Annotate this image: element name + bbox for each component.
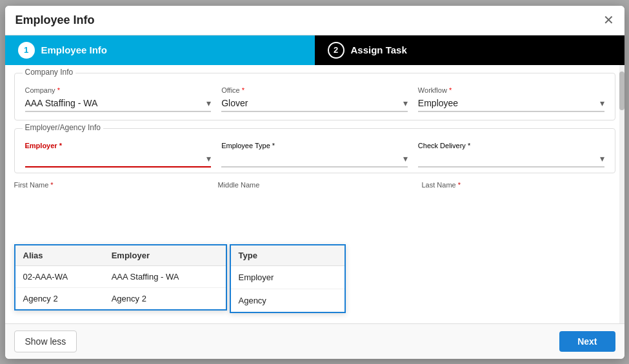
type-dropdown-header: Type [231,245,344,266]
check-delivery-label: Check Delivery * [418,142,604,149]
type-item[interactable]: Employer [231,266,344,289]
first-name-group: First Name * [14,181,208,189]
step-2-circle: 2 [328,42,344,59]
employer-section-label: Employer/Agency Info [23,123,103,132]
employee-type-chevron-icon: ▾ [403,153,408,164]
employee-type-group: Employee Type * ▾ [221,142,408,168]
company-chevron-icon: ▾ [206,98,211,108]
modal-footer: Show less Next [5,323,624,359]
last-name-group: Last Name * [422,181,615,189]
type-dropdown[interactable]: Type EmployerAgency [230,244,346,313]
company-info-section: Company Info Company * AAA Staffing - WA… [14,73,615,120]
check-delivery-select[interactable]: ▾ [418,151,604,168]
modal-body: Company Info Company * AAA Staffing - WA… [5,65,624,323]
modal: Employee Info ✕ 1 Employee Info 2 Assign… [5,6,624,359]
workflow-group: Workflow * Employee ▾ [418,86,604,112]
employer-label: Employer * [25,142,212,149]
next-button[interactable]: Next [559,331,615,352]
middle-name-group: Middle Name [218,181,412,189]
table-row[interactable]: 02-AAA-WAAAA Staffing - WA [15,265,226,287]
company-label: Company * [25,86,212,94]
alias-cell: Agency 2 [15,287,104,309]
modal-header: Employee Info ✕ [5,6,624,35]
steps-bar: 1 Employee Info 2 Assign Task [5,35,624,65]
scrollbar-track [619,65,624,323]
step-1[interactable]: 1 Employee Info [5,35,315,65]
names-row: First Name * Middle Name Last Name * [14,181,615,189]
step-1-label: Employee Info [41,44,108,55]
check-delivery-group: Check Delivery * ▾ [418,142,604,168]
employer-dropdown-table[interactable]: Alias Employer 02-AAA-WAAAA Staffing - W… [14,244,227,311]
employer-section: Employer/Agency Info Employer * ▾ [14,128,615,173]
office-label: Office * [221,86,408,94]
first-name-label: First Name * [14,181,208,189]
last-name-label: Last Name * [422,181,615,189]
check-delivery-chevron-icon: ▾ [600,153,604,164]
employer-cell: Agency 2 [104,287,226,309]
office-value: Glover [221,98,403,108]
employee-type-label: Employee Type * [221,142,408,149]
table-row[interactable]: Agency 2Agency 2 [15,287,226,309]
employer-select[interactable]: ▾ [25,151,212,168]
company-info-label: Company Info [23,68,76,77]
company-form-row: Company * AAA Staffing - WA ▾ Office * [25,86,604,112]
step-1-circle: 1 [18,42,35,59]
company-group: Company * AAA Staffing - WA ▾ [25,86,212,112]
type-item[interactable]: Agency [231,289,344,312]
alias-cell: 02-AAA-WA [15,265,104,287]
company-select[interactable]: AAA Staffing - WA ▾ [25,95,212,112]
workflow-value: Employee [418,98,600,108]
office-select[interactable]: Glover ▾ [221,95,408,112]
modal-title: Employee Info [15,14,95,27]
show-less-button[interactable]: Show less [14,330,77,352]
workflow-select[interactable]: Employee ▾ [418,95,604,112]
employer-chevron-icon: ▾ [206,153,211,164]
workflow-label: Workflow * [418,86,604,94]
office-group: Office * Glover ▾ [221,86,408,112]
scrollbar-thumb[interactable] [619,72,624,110]
employer-cell: AAA Staffing - WA [104,265,226,287]
company-value: AAA Staffing - WA [25,98,207,108]
col-employer: Employer [104,245,226,266]
workflow-chevron-icon: ▾ [600,98,604,108]
employer-row: Employer * ▾ Employee Type * [25,142,604,168]
close-button[interactable]: ✕ [603,14,614,26]
employer-group: Employer * ▾ [25,142,212,168]
step-2-label: Assign Task [351,44,407,55]
employee-type-select[interactable]: ▾ [221,151,408,168]
middle-name-label: Middle Name [218,181,412,189]
office-chevron-icon: ▾ [403,98,408,108]
modal-overlay: Employee Info ✕ 1 Employee Info 2 Assign… [0,0,629,364]
col-alias: Alias [15,245,104,266]
step-2[interactable]: 2 Assign Task [315,35,624,65]
